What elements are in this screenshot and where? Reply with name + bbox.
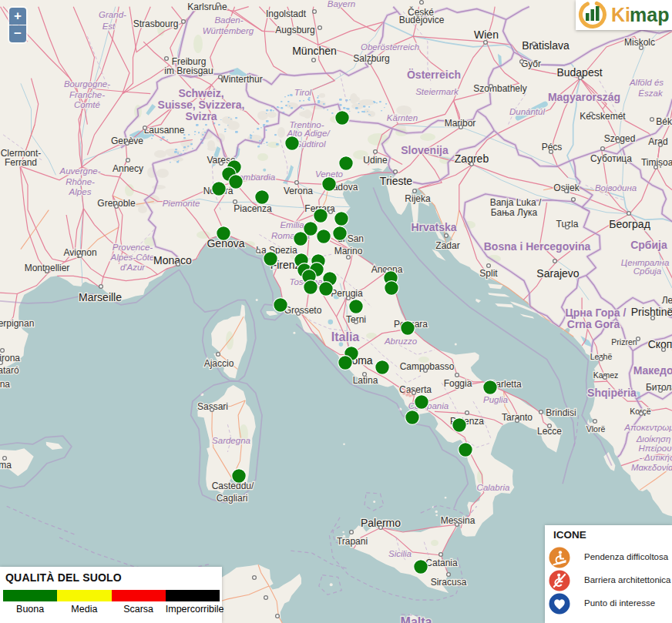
svg-text:Catania: Catania — [425, 558, 458, 568]
svg-text:Dunántúl: Dunántúl — [509, 107, 545, 116]
svg-text:Banja Luka /: Banja Luka / — [490, 197, 542, 208]
svg-text:Békés: Békés — [656, 116, 672, 127]
svg-text:Schweiz,: Schweiz, — [178, 87, 223, 99]
svg-text:Kecskemét: Kecskemét — [580, 111, 626, 122]
svg-text:Ingolstadt: Ingolstadt — [266, 8, 307, 19]
svg-text:Marino: Marino — [334, 246, 363, 256]
svg-text:Abruzzo: Abruzzo — [384, 337, 418, 346]
svg-text:Tirol: Tirol — [294, 88, 312, 97]
svg-text:Србија: Србија — [633, 266, 662, 276]
svg-text:Piemonte: Piemonte — [163, 199, 200, 208]
svg-text:Augsburg: Augsburg — [275, 25, 314, 35]
svg-text:Alpes-Côte: Alpes-Côte — [110, 253, 155, 262]
svg-text:Mataró: Mataró — [0, 365, 19, 376]
svg-text:München: München — [292, 45, 337, 57]
svg-text:Barcelona: Barcelona — [0, 379, 10, 390]
svg-text:Magyarország: Magyarország — [548, 91, 620, 103]
svg-text:Sicilia: Sicilia — [388, 549, 412, 558]
svg-text:Crna Gora: Crna Gora — [567, 318, 620, 330]
svg-text:Girona: Girona — [0, 353, 20, 363]
svg-text:Provence-: Provence- — [113, 243, 153, 252]
svg-text:Verona: Verona — [284, 186, 313, 196]
svg-text:Trieste: Trieste — [380, 175, 412, 187]
svg-text:Alpes: Alpes — [69, 187, 92, 196]
svg-text:Bourgogne-: Bourgogne- — [64, 79, 110, 89]
svg-text:Latina: Latina — [353, 375, 378, 386]
svg-text:Siracusa: Siracusa — [431, 577, 467, 588]
svg-text:Македонија: Македонија — [633, 364, 672, 377]
svg-text:Steiermark: Steiermark — [415, 87, 459, 96]
svg-text:Est: Est — [102, 22, 116, 31]
svg-text:Wien: Wien — [474, 28, 499, 41]
svg-text:Grand-: Grand- — [99, 10, 126, 19]
svg-text:Суботица: Суботица — [590, 153, 632, 164]
svg-text:Lausanne: Lausanne — [144, 125, 185, 136]
svg-text:Budějovice: Budějovice — [399, 15, 445, 25]
svg-text:Ле: Ле — [662, 295, 672, 306]
svg-text:Ajaccio: Ajaccio — [204, 358, 234, 369]
svg-text:Perpignan: Perpignan — [0, 318, 34, 329]
svg-text:Prizren: Prizren — [611, 337, 637, 347]
svg-text:Србија: Србија — [630, 239, 667, 251]
svg-text:Ki: Ki — [611, 4, 630, 25]
svg-text:d'Azur: d'Azur — [120, 263, 146, 272]
svg-text:Cagliari: Cagliari — [217, 493, 248, 504]
svg-text:Auvergne-: Auvergne- — [59, 166, 100, 176]
svg-text:Shqipëria: Shqipëria — [587, 387, 637, 399]
svg-text:Kärnten: Kärnten — [387, 113, 418, 122]
svg-text:Bratislava: Bratislava — [522, 39, 570, 52]
svg-text:Südtirol: Südtirol — [296, 139, 326, 149]
svg-text:Szombathely: Szombathely — [473, 83, 526, 94]
svg-text:Sardegna: Sardegna — [212, 436, 250, 445]
svg-text:Comté: Comté — [74, 100, 100, 109]
svg-text:Marseille: Marseille — [79, 291, 122, 303]
svg-text:Ferrand: Ferrand — [5, 157, 37, 168]
svg-text:Διοίκηση: Διοίκηση — [636, 434, 671, 444]
svg-text:Monaco: Monaco — [153, 254, 192, 266]
svg-text:Puglia: Puglia — [483, 395, 508, 404]
svg-text:Svizra: Svizra — [185, 110, 217, 122]
svg-text:Oberösterreich: Oberösterreich — [361, 42, 419, 52]
svg-text:Hrvatska: Hrvatska — [411, 221, 456, 233]
svg-text:Bayern: Bayern — [328, 0, 355, 8]
svg-text:Скопје: Скопје — [648, 338, 672, 350]
svg-text:Malta: Malta — [401, 615, 432, 623]
svg-text:Vlorë: Vlorë — [586, 424, 606, 434]
svg-text:Italia: Italia — [331, 330, 360, 343]
svg-text:im Breisgau: im Breisgau — [164, 65, 213, 76]
svg-text:Győr: Győr — [521, 59, 541, 69]
svg-text:Udine: Udine — [363, 155, 388, 166]
svg-text:Calabria: Calabria — [477, 483, 510, 492]
svg-text:Rijeka: Rijeka — [405, 193, 431, 204]
svg-text:Arad: Arad — [648, 136, 667, 147]
svg-text:Split: Split — [479, 268, 498, 279]
svg-text:Suisse, Svizzera,: Suisse, Svizzera, — [158, 99, 245, 111]
svg-text:Bosna i Hercegovina: Bosna i Hercegovina — [484, 240, 591, 253]
svg-text:La Spezia: La Spezia — [256, 245, 297, 256]
svg-text:Österreich: Österreich — [407, 69, 461, 81]
svg-text:Grosseto: Grosseto — [284, 305, 322, 316]
svg-text:Karlsruhe: Karlsruhe — [187, 2, 227, 12]
svg-text:Észak: Észak — [638, 89, 664, 98]
svg-text:Бања Лука: Бања Лука — [491, 207, 538, 218]
svg-text:Војводина: Војводина — [595, 183, 637, 193]
svg-text:Београд: Београд — [609, 218, 650, 230]
svg-text:- Δυτικής: - Δυτικής — [639, 453, 672, 462]
svg-text:Winterthur: Winterthur — [220, 74, 262, 85]
svg-text:Trapani: Trapani — [337, 536, 368, 547]
svg-text:Sarajevo: Sarajevo — [536, 267, 579, 280]
svg-text:Μακεδονίας: Μακεδονίας — [631, 463, 672, 472]
svg-text:Zadar: Zadar — [435, 240, 459, 251]
svg-text:Piacenza: Piacenza — [234, 203, 272, 214]
svg-text:Franche-: Franche- — [69, 90, 105, 99]
svg-text:Württemberg: Württemberg — [203, 26, 254, 35]
svg-text:map: map — [630, 4, 669, 25]
svg-text:Foggia: Foggia — [444, 378, 472, 389]
svg-text:Strasbourg: Strasbourg — [133, 18, 179, 29]
svg-text:Ηπείρου: Ηπείρου — [639, 444, 672, 453]
svg-text:Slovenija: Slovenija — [401, 144, 449, 156]
svg-text:Palma: Palma — [0, 460, 12, 471]
svg-text:Brindisi: Brindisi — [546, 407, 576, 418]
svg-text:Baden-: Baden- — [214, 15, 243, 25]
svg-text:Casteddu/: Casteddu/ — [212, 481, 254, 491]
